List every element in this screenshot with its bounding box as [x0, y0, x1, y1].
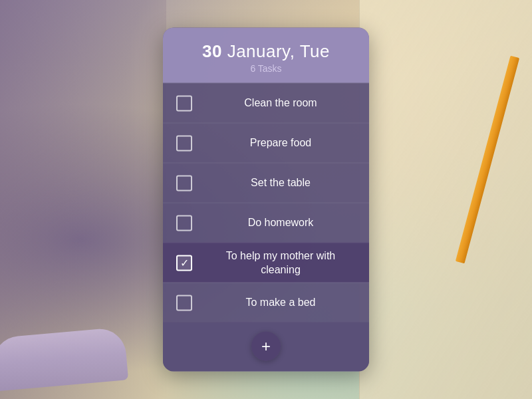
task-item[interactable]: Do homework: [163, 203, 369, 243]
task-card: 30 January, Tue 6 Tasks Clean the roomPr…: [163, 28, 369, 372]
task-label: To make a bed: [205, 296, 356, 310]
date-text: January, Tue: [227, 41, 330, 61]
task-label: Prepare food: [205, 136, 356, 150]
task-label: To help my mother with cleaning: [205, 249, 356, 277]
task-item[interactable]: To make a bed: [163, 283, 369, 323]
task-label: Set the table: [205, 176, 356, 190]
date-number: 30: [202, 41, 222, 61]
task-list: Clean the roomPrepare foodSet the tableD…: [163, 83, 369, 323]
task-checkbox[interactable]: [176, 175, 192, 191]
task-label: Do homework: [205, 216, 356, 230]
task-checkbox[interactable]: [176, 95, 192, 111]
add-button-container: +: [163, 323, 369, 372]
task-item[interactable]: Prepare food: [163, 123, 369, 163]
task-label: Clean the room: [205, 96, 356, 110]
task-checkbox[interactable]: [176, 295, 192, 311]
task-checkbox[interactable]: ✓: [176, 255, 192, 271]
bg-calendar-overlay: [359, 0, 532, 399]
header-date: 30 January, Tue: [174, 41, 358, 62]
task-item[interactable]: ✓To help my mother with cleaning: [163, 243, 369, 283]
task-count: 6 Tasks: [174, 63, 358, 74]
task-item[interactable]: Clean the room: [163, 83, 369, 123]
task-checkbox[interactable]: [176, 135, 192, 151]
task-checkbox[interactable]: [176, 215, 192, 231]
card-header: 30 January, Tue 6 Tasks: [163, 28, 369, 83]
add-task-button[interactable]: +: [251, 332, 281, 361]
task-item[interactable]: Set the table: [163, 163, 369, 203]
